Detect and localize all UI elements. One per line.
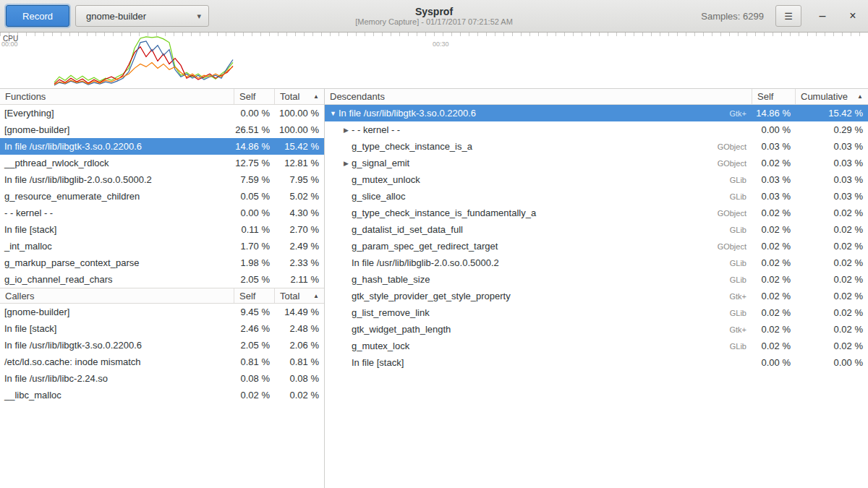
descendant-name-label: g_type_check_instance_is_a [352, 141, 472, 152]
table-row[interactable]: [gnome-builder]9.45 %14.49 % [0, 304, 324, 320]
tree-row[interactable]: gtk_widget_path_lengthGtk+0.02 %0.02 % [325, 321, 868, 338]
expander-open-icon[interactable]: ▼ [328, 110, 339, 117]
tree-row[interactable]: g_datalist_id_set_data_fullGLib0.02 %0.0… [325, 221, 868, 238]
sort-indicator-icon: ▲ [313, 293, 319, 299]
table-row[interactable]: g_markup_parse_context_parse1.98 %2.33 % [0, 254, 324, 271]
self-value: 26.51 % [234, 124, 275, 135]
self-value: 0.00 % [234, 207, 275, 218]
tree-row[interactable]: g_param_spec_get_redirect_targetGObject0… [325, 238, 868, 254]
descendant-name: g_datalist_id_set_data_fullGLib [325, 224, 752, 235]
function-name: /etc/ld.so.cache: inode mismatch [0, 356, 234, 367]
tree-row[interactable]: gtk_style_provider_get_style_propertyGtk… [325, 288, 868, 304]
cumulative-value: 0.03 % [796, 158, 868, 168]
tree-row[interactable]: g_mutex_unlockGLib0.03 %0.03 % [325, 171, 868, 188]
function-name: In file /usr/lib/libglib-2.0.so.0.5000.2 [0, 174, 234, 185]
function-name-label: In file /usr/lib/libgtk-3.so.0.2200.6 [4, 340, 142, 351]
descendant-name: In file /usr/lib/libglib-2.0.so.0.5000.2… [325, 257, 752, 268]
table-row[interactable]: In file /usr/lib/libglib-2.0.so.0.5000.2… [0, 171, 324, 188]
close-button[interactable]: × [843, 7, 862, 25]
table-row[interactable]: g_io_channel_read_chars2.05 %2.11 % [0, 271, 324, 288]
tree-row[interactable]: g_mutex_lockGLib0.02 %0.02 % [325, 338, 868, 354]
function-name-label: g_resource_enumerate_children [4, 191, 140, 202]
menu-button[interactable]: ☰ [775, 5, 801, 27]
descendant-name-label: In file /usr/lib/libgtk-3.so.0.2200.6 [339, 108, 476, 119]
descendants-self-column-header[interactable]: Self [752, 89, 796, 104]
table-row[interactable]: In file /usr/lib/libgtk-3.so.0.2200.614.… [0, 138, 324, 155]
library-badge: GLib [730, 342, 752, 351]
process-selector-dropdown[interactable]: gnome-builder ▾ [75, 5, 209, 27]
tree-row[interactable]: In file [stack]0.00 %0.00 % [325, 354, 868, 371]
functions-self-column-header[interactable]: Self [234, 89, 275, 104]
descendant-name: gtk_style_provider_get_style_propertyGtk… [325, 291, 752, 301]
descendants-table-body: ▼In file /usr/lib/libgtk-3.so.0.2200.6Gt… [325, 105, 868, 371]
tree-row[interactable]: ▶- - kernel - -0.00 %0.29 % [325, 121, 868, 138]
callers-self-column-header[interactable]: Self [234, 288, 275, 303]
functions-total-column-header[interactable]: Total ▲ [275, 89, 324, 104]
process-selector-value: gnome-builder [86, 11, 146, 22]
descendants-cumulative-column-header[interactable]: Cumulative ▲ [796, 89, 868, 104]
self-value: 0.02 % [752, 257, 796, 268]
cumulative-value: 0.02 % [796, 307, 868, 318]
minimize-button[interactable]: – [813, 7, 832, 25]
self-value: 0.08 % [234, 373, 275, 384]
function-name-label: - - kernel - - [4, 207, 53, 218]
total-value: 15.42 % [275, 141, 324, 152]
tree-row[interactable]: g_list_remove_linkGLib0.02 %0.02 % [325, 304, 868, 321]
tree-row[interactable]: g_type_check_instance_is_fundamentally_a… [325, 205, 868, 221]
self-value: 1.70 % [234, 241, 275, 252]
table-row[interactable]: In file /usr/lib/libgtk-3.so.0.2200.62.0… [0, 337, 324, 354]
total-column-label: Total [280, 291, 299, 301]
cumulative-value: 0.03 % [796, 141, 868, 152]
table-row[interactable]: _int_malloc1.70 %2.49 % [0, 238, 324, 254]
library-badge: GLib [730, 309, 752, 317]
tree-row[interactable]: g_type_check_instance_is_aGObject0.03 %0… [325, 138, 868, 155]
functions-table-body: [Everything]0.00 %100.00 %[gnome-builder… [0, 105, 324, 288]
cumulative-column-label: Cumulative [801, 91, 848, 102]
functions-column-header[interactable]: Functions [0, 89, 234, 104]
total-value: 2.48 % [275, 323, 324, 334]
function-name: In file /usr/lib/libgtk-3.so.0.2200.6 [0, 340, 234, 351]
self-value: 0.02 % [234, 390, 275, 401]
self-value: 0.00 % [752, 124, 796, 135]
self-value: 2.46 % [234, 323, 275, 334]
table-row[interactable]: /etc/ld.so.cache: inode mismatch0.81 %0.… [0, 354, 324, 370]
tree-row[interactable]: ▼In file /usr/lib/libgtk-3.so.0.2200.6Gt… [325, 105, 868, 121]
callers-column-header[interactable]: Callers [0, 288, 234, 303]
tree-row[interactable]: ▶g_signal_emitGObject0.02 %0.03 % [325, 155, 868, 171]
function-name-label: /etc/ld.so.cache: inode mismatch [4, 356, 141, 367]
table-row[interactable]: In file [stack]0.11 %2.70 % [0, 221, 324, 238]
function-name-label: In file [stack] [4, 224, 56, 235]
cpu-blue-line [54, 41, 233, 85]
self-value: 0.02 % [752, 307, 796, 318]
tree-row[interactable]: In file /usr/lib/libglib-2.0.so.0.5000.2… [325, 254, 868, 271]
cpu-timeline[interactable]: CPU 00:00 00:30 [0, 33, 868, 89]
self-value: 0.05 % [234, 191, 275, 202]
self-column-label: Self [757, 91, 773, 102]
descendant-name-label: g_datalist_id_set_data_full [352, 224, 463, 235]
table-row[interactable]: [Everything]0.00 %100.00 % [0, 105, 324, 121]
expander-closed-icon[interactable]: ▶ [341, 160, 352, 167]
function-name-label: [gnome-builder] [4, 124, 69, 135]
table-row[interactable]: In file [stack]2.46 %2.48 % [0, 320, 324, 337]
table-row[interactable]: [gnome-builder]26.51 %100.00 % [0, 121, 324, 138]
table-row[interactable]: In file /usr/lib/libc-2.24.so0.08 %0.08 … [0, 370, 324, 387]
total-value: 7.95 % [275, 174, 324, 185]
samples-count: Samples: 6299 [701, 11, 764, 22]
callers-total-column-header[interactable]: Total ▲ [275, 288, 324, 303]
function-name: [Everything] [0, 108, 234, 119]
descendant-name-label: In file /usr/lib/libglib-2.0.so.0.5000.2 [352, 257, 499, 268]
tree-row[interactable]: g_hash_table_sizeGLib0.02 %0.02 % [325, 271, 868, 288]
descendants-column-header[interactable]: Descendants [325, 89, 752, 104]
function-name: In file [stack] [0, 323, 234, 334]
self-value: 2.05 % [234, 274, 275, 285]
descendant-name: ▶g_signal_emitGObject [325, 158, 752, 168]
expander-closed-icon[interactable]: ▶ [341, 127, 352, 134]
table-row[interactable]: __libc_malloc0.02 %0.02 % [0, 387, 324, 403]
self-value: 2.05 % [234, 340, 275, 351]
table-row[interactable]: g_resource_enumerate_children0.05 %5.02 … [0, 188, 324, 205]
cumulative-value: 0.02 % [796, 341, 868, 351]
tree-row[interactable]: g_slice_allocGLib0.03 %0.03 % [325, 188, 868, 205]
record-button[interactable]: Record [6, 5, 69, 27]
table-row[interactable]: - - kernel - -0.00 %4.30 % [0, 205, 324, 221]
table-row[interactable]: __pthread_rwlock_rdlock12.75 %12.81 % [0, 155, 324, 171]
